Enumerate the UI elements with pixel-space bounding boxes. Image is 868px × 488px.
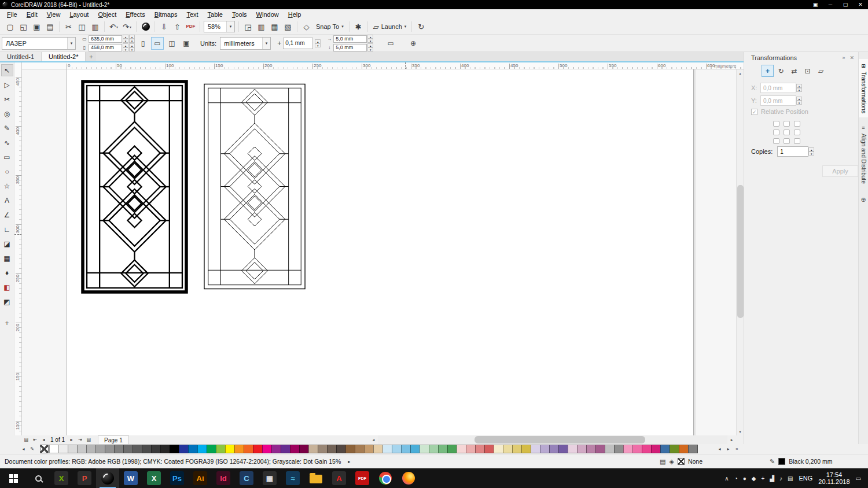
anchor-checkbox[interactable] xyxy=(784,138,790,144)
stepper[interactable]: ▴▾ xyxy=(367,35,373,43)
duplicate-x-field[interactable]: 5,0 mm xyxy=(333,35,367,43)
spin-up-icon[interactable]: ▴ xyxy=(367,43,373,47)
anchor-checkbox[interactable] xyxy=(794,130,800,135)
minimize-button[interactable]: ─ xyxy=(823,0,838,9)
horizontal-scroll-track[interactable] xyxy=(378,435,727,444)
color-swatch[interactable] xyxy=(605,445,615,453)
color-swatch[interactable] xyxy=(364,445,374,453)
pick-tool[interactable]: ↖ xyxy=(1,64,13,76)
undo-button[interactable]: ↶▾ xyxy=(107,20,120,33)
menu-window[interactable]: Window xyxy=(252,11,284,18)
color-swatch[interactable] xyxy=(475,445,485,453)
app-excel[interactable]: X xyxy=(142,468,165,488)
skew-transform-button[interactable]: ▱ xyxy=(815,65,827,77)
search-button[interactable] xyxy=(27,468,50,488)
drawing-bold-panel[interactable] xyxy=(81,80,188,294)
spin-up-icon[interactable]: ▴ xyxy=(796,97,802,101)
cut-button[interactable]: ✂ xyxy=(62,20,75,33)
ellipse-tool[interactable]: ○ xyxy=(1,165,13,178)
color-swatch[interactable] xyxy=(197,445,207,453)
y-position-field[interactable]: 0,0 mm xyxy=(760,95,796,106)
spin-down-icon[interactable]: ▾ xyxy=(796,88,802,92)
position-transform-button[interactable]: + xyxy=(762,65,774,77)
app-illustrator[interactable]: Ai xyxy=(189,468,212,488)
spin-down-icon[interactable]: ▾ xyxy=(808,151,814,156)
spin-up-icon[interactable]: ▴ xyxy=(123,43,128,47)
redo-button[interactable]: ↷▾ xyxy=(120,20,134,33)
menu-layout[interactable]: Layout xyxy=(65,11,93,18)
menu-edit[interactable]: Edit xyxy=(22,11,42,18)
docker-close-icon[interactable]: ✕ xyxy=(849,55,854,61)
zoom-tool[interactable]: ◎ xyxy=(1,108,13,120)
color-swatch[interactable] xyxy=(142,445,152,453)
tab-untitled-1[interactable]: Untitled-1 xyxy=(0,52,42,61)
app-coreldraw-2018[interactable] xyxy=(96,468,119,488)
app-corel-connect[interactable]: C xyxy=(235,468,258,488)
app-chrome[interactable] xyxy=(374,468,397,488)
spin-up-icon[interactable]: ▴ xyxy=(315,39,321,43)
color-swatch[interactable] xyxy=(642,445,652,453)
app-word[interactable]: W xyxy=(119,468,142,488)
action-center-icon[interactable]: ▭ xyxy=(856,475,861,482)
tab-untitled-2-[interactable]: Untitled-2* xyxy=(42,52,86,61)
document-info-icon[interactable]: ◈ xyxy=(669,458,674,465)
smart-fill-tool[interactable]: ◩ xyxy=(1,295,13,308)
palette-right-button[interactable]: ▸ xyxy=(724,445,733,453)
app-file-explorer[interactable] xyxy=(304,468,328,488)
previous-page-button[interactable]: ◂ xyxy=(39,437,48,442)
spin-up-icon[interactable]: ▴ xyxy=(796,84,802,88)
titlebar-extra-icon[interactable]: ▣ xyxy=(808,0,823,9)
color-swatch[interactable] xyxy=(77,445,87,453)
spin-down-icon[interactable]: ▾ xyxy=(796,101,802,105)
palette-scroll-left-button[interactable]: ◂ xyxy=(19,445,28,453)
anchor-checkbox[interactable] xyxy=(794,121,800,127)
spin-up-icon[interactable]: ▴ xyxy=(123,35,128,39)
clock[interactable]: 17:54 20.11.2018 xyxy=(818,471,849,485)
color-swatch[interactable] xyxy=(123,445,133,453)
color-swatch[interactable] xyxy=(447,445,457,453)
anchor-checkbox[interactable] xyxy=(784,130,790,135)
scroll-up-icon[interactable]: ▴ xyxy=(737,69,744,77)
menu-table[interactable]: Table xyxy=(203,11,227,18)
color-swatch[interactable] xyxy=(86,445,96,453)
spin-up-icon[interactable]: ▴ xyxy=(129,35,135,39)
color-swatch[interactable] xyxy=(651,445,661,453)
color-swatch[interactable] xyxy=(531,445,540,453)
shape-tool[interactable]: ▷ xyxy=(1,79,13,91)
stepper[interactable]: ▴▾ xyxy=(796,97,802,105)
spin-down-icon[interactable]: ▾ xyxy=(367,39,373,43)
tray-icon-1[interactable]: ◔ xyxy=(734,475,738,482)
color-swatch[interactable] xyxy=(327,445,337,453)
add-page-button[interactable]: ▤ xyxy=(84,437,93,442)
color-swatch[interactable] xyxy=(540,445,550,453)
menu-tools[interactable]: Tools xyxy=(227,11,252,18)
color-swatch[interactable] xyxy=(345,445,355,453)
shadow-tool[interactable]: ◪ xyxy=(1,238,13,250)
color-swatch[interactable] xyxy=(151,445,161,453)
color-swatch[interactable] xyxy=(512,445,522,453)
crop-tool[interactable]: ✂ xyxy=(1,93,13,105)
color-swatch[interactable] xyxy=(170,445,179,453)
menu-help[interactable]: Help xyxy=(284,11,306,18)
spin-down-icon[interactable]: ▾ xyxy=(123,47,128,51)
x-position-field[interactable]: 0,0 mm xyxy=(760,83,796,93)
import-button[interactable]: ⇩ xyxy=(157,20,171,33)
volume-icon[interactable]: ♪ xyxy=(779,475,782,482)
next-page-button[interactable]: ▸ xyxy=(67,437,76,442)
vertical-scroll-thumb[interactable] xyxy=(737,185,744,318)
menu-object[interactable]: Object xyxy=(93,11,121,18)
color-swatch[interactable] xyxy=(420,445,429,453)
vertical-scrollbar[interactable]: ▴ ▾ xyxy=(736,69,744,435)
interactive-fill-tool[interactable]: ◧ xyxy=(1,281,13,293)
stepper[interactable]: ▴▾ xyxy=(129,43,135,51)
color-swatch[interactable] xyxy=(253,445,263,453)
color-swatch[interactable] xyxy=(95,445,105,453)
color-swatch[interactable] xyxy=(336,445,346,453)
stepper[interactable]: ▴▾ xyxy=(123,43,128,51)
stepper[interactable]: ▴▾ xyxy=(315,39,321,47)
scroll-left-icon[interactable]: ◂ xyxy=(369,438,378,442)
first-page-button[interactable]: ⇤ xyxy=(31,437,39,442)
expand-status-icon[interactable]: ▸ xyxy=(348,459,350,464)
tray-icon-3[interactable]: ◆ xyxy=(752,475,756,482)
color-swatch[interactable] xyxy=(410,445,420,453)
